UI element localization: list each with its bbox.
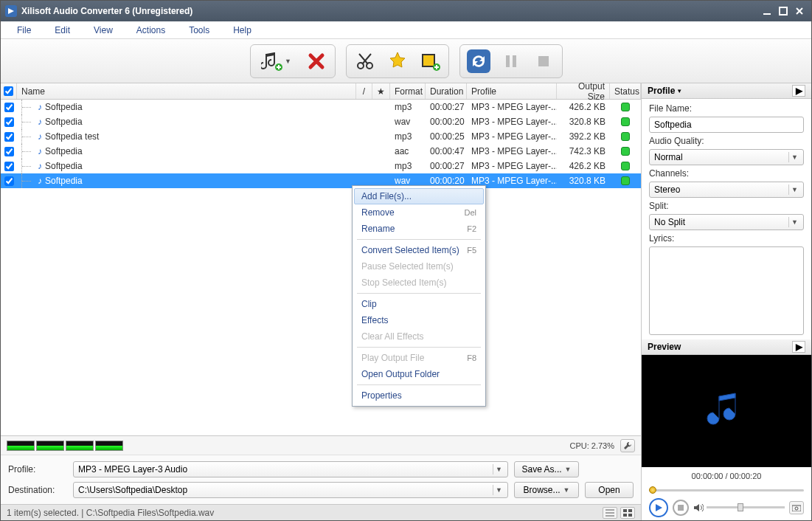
remove-button[interactable] bbox=[302, 47, 330, 75]
table-row[interactable]: ♪Softpediamp300:00:27MP3 - MPEG Layer-..… bbox=[1, 159, 641, 173]
svg-point-19 bbox=[795, 507, 798, 510]
svg-rect-17 bbox=[678, 505, 684, 511]
ctx-clip[interactable]: Clip bbox=[354, 296, 484, 312]
convert-button[interactable] bbox=[465, 47, 493, 75]
svg-rect-14 bbox=[628, 509, 632, 512]
menu-file[interactable]: File bbox=[10, 25, 47, 35]
menu-tools[interactable]: Tools bbox=[181, 25, 226, 35]
destination-combo[interactable]: C:\Users\Softpedia\Desktop▼ bbox=[73, 482, 508, 498]
cell-duration: 00:00:27 bbox=[426, 159, 467, 173]
pause-button[interactable] bbox=[497, 47, 525, 75]
filename-input[interactable] bbox=[649, 117, 804, 133]
table-row[interactable]: ♪Softpediaaac00:00:47MP3 - MPEG Layer-..… bbox=[1, 144, 641, 159]
ctx-add-file-s[interactable]: Add File(s)... bbox=[354, 188, 484, 204]
table-row[interactable]: ♪Softpediawav00:00:20MP3 - MPEG Layer-..… bbox=[1, 173, 641, 188]
snapshot-button[interactable] bbox=[789, 501, 804, 514]
ctx-effects[interactable]: Effects bbox=[354, 312, 484, 328]
stop-button[interactable] bbox=[530, 47, 558, 75]
select-all-checkbox[interactable] bbox=[4, 86, 13, 96]
status-indicator bbox=[621, 162, 630, 170]
ctx-clear-all-effects: Clear All Effects bbox=[354, 328, 484, 345]
close-button[interactable] bbox=[792, 4, 807, 18]
thumb-view-button[interactable] bbox=[620, 507, 635, 519]
row-checkbox[interactable] bbox=[4, 162, 14, 171]
file-name: Softpedia bbox=[45, 117, 83, 127]
col-name[interactable]: Name bbox=[17, 83, 356, 99]
svg-rect-2 bbox=[780, 7, 787, 15]
col-format[interactable]: Format bbox=[390, 83, 426, 99]
svg-rect-11 bbox=[513, 55, 516, 67]
cell-duration: 00:00:47 bbox=[426, 144, 467, 159]
profile-combo[interactable]: MP3 - MPEG Layer-3 Audio▼ bbox=[73, 461, 508, 477]
status-indicator bbox=[621, 132, 630, 141]
browse-button[interactable]: Browse...▼ bbox=[514, 482, 579, 498]
effects-button[interactable] bbox=[384, 47, 412, 75]
play-button[interactable] bbox=[649, 498, 668, 517]
file-name: Softpedia test bbox=[45, 131, 99, 142]
table-row[interactable]: ♪Softpedia testmp300:00:25MP3 - MPEG Lay… bbox=[1, 129, 641, 144]
lyrics-input[interactable] bbox=[649, 246, 804, 335]
row-checkbox[interactable] bbox=[4, 147, 14, 156]
channels-combo[interactable]: Stereo▼ bbox=[649, 182, 804, 198]
toolbar: ▼ bbox=[1, 39, 811, 83]
col-duration[interactable]: Duration bbox=[426, 83, 467, 99]
ctx-rename[interactable]: RenameF2 bbox=[354, 221, 484, 237]
save-as-button[interactable]: Save As...▼ bbox=[514, 461, 579, 477]
lyrics-label: Lyrics: bbox=[649, 233, 804, 244]
cpu-label: CPU: 2.73% bbox=[569, 441, 614, 450]
volume-icon[interactable] bbox=[693, 503, 704, 512]
maximize-button[interactable] bbox=[776, 4, 791, 18]
chevron-down-icon: ▼ bbox=[493, 485, 504, 495]
ctx-open-output-folder[interactable]: Open Output Folder bbox=[354, 366, 484, 382]
preview-area bbox=[642, 355, 811, 467]
ctx-remove[interactable]: RemoveDel bbox=[354, 204, 484, 221]
table-row[interactable]: ♪Softpediamp300:00:27MP3 - MPEG Layer-..… bbox=[1, 100, 641, 114]
col-profile[interactable]: Profile bbox=[467, 83, 557, 99]
col-slash[interactable]: / bbox=[356, 83, 372, 99]
seek-slider[interactable] bbox=[649, 485, 804, 494]
cell-size: 320.8 KB bbox=[557, 173, 610, 188]
ctx-convert-selected-item-s[interactable]: Convert Selected Item(s)F5 bbox=[354, 242, 484, 258]
col-status[interactable]: Status bbox=[610, 83, 641, 99]
menu-edit[interactable]: Edit bbox=[47, 25, 86, 35]
col-star[interactable]: ★ bbox=[372, 83, 390, 99]
row-checkbox[interactable] bbox=[4, 176, 14, 186]
cpu-settings-button[interactable] bbox=[620, 439, 635, 452]
cell-size: 742.3 KB bbox=[557, 144, 610, 159]
split-label: Split: bbox=[649, 201, 804, 211]
col-output-size[interactable]: Output Size bbox=[557, 83, 610, 99]
row-checkbox[interactable] bbox=[4, 132, 14, 142]
svg-rect-15 bbox=[623, 514, 627, 517]
add-file-button[interactable]: ▼ bbox=[255, 47, 298, 75]
split-combo[interactable]: No Split▼ bbox=[649, 214, 804, 230]
cell-format: wav bbox=[390, 114, 426, 129]
preview-collapse-button[interactable]: ▶ bbox=[792, 341, 805, 353]
volume-slider[interactable] bbox=[707, 506, 785, 508]
menu-help[interactable]: Help bbox=[226, 25, 268, 35]
quality-combo[interactable]: Normal▼ bbox=[649, 149, 804, 165]
music-note-icon: ♪ bbox=[38, 117, 42, 127]
cell-format: mp3 bbox=[390, 100, 426, 114]
table-row[interactable]: ♪Softpediawav00:00:20MP3 - MPEG Layer-..… bbox=[1, 114, 641, 129]
cell-size: 426.2 KB bbox=[557, 100, 610, 114]
player-stop-button[interactable] bbox=[673, 500, 689, 516]
file-name: Softpedia bbox=[45, 102, 83, 112]
cell-format: mp3 bbox=[390, 159, 426, 173]
ctx-properties[interactable]: Properties bbox=[354, 387, 484, 404]
row-checkbox[interactable] bbox=[4, 117, 14, 127]
cell-profile: MP3 - MPEG Layer-... bbox=[467, 100, 557, 114]
row-checkbox[interactable] bbox=[4, 103, 14, 112]
menu-actions[interactable]: Actions bbox=[129, 25, 181, 35]
minimize-button[interactable] bbox=[760, 4, 774, 18]
clip-button[interactable] bbox=[351, 47, 379, 75]
cell-size: 320.8 KB bbox=[557, 114, 610, 129]
menu-view[interactable]: View bbox=[86, 25, 129, 35]
ctx-stop-selected-item-s: Stop Selected Item(s) bbox=[354, 275, 484, 291]
preview-panel-header: Preview ▶ bbox=[642, 339, 811, 355]
list-view-button[interactable] bbox=[603, 507, 617, 519]
panel-collapse-button[interactable]: ▶ bbox=[792, 85, 805, 97]
profile-panel-header: Profile▼ ▶ bbox=[642, 83, 811, 99]
open-button[interactable]: Open bbox=[585, 482, 634, 498]
add-profile-button[interactable] bbox=[416, 47, 444, 75]
file-list[interactable]: ♪Softpediamp300:00:27MP3 - MPEG Layer-..… bbox=[1, 100, 641, 435]
